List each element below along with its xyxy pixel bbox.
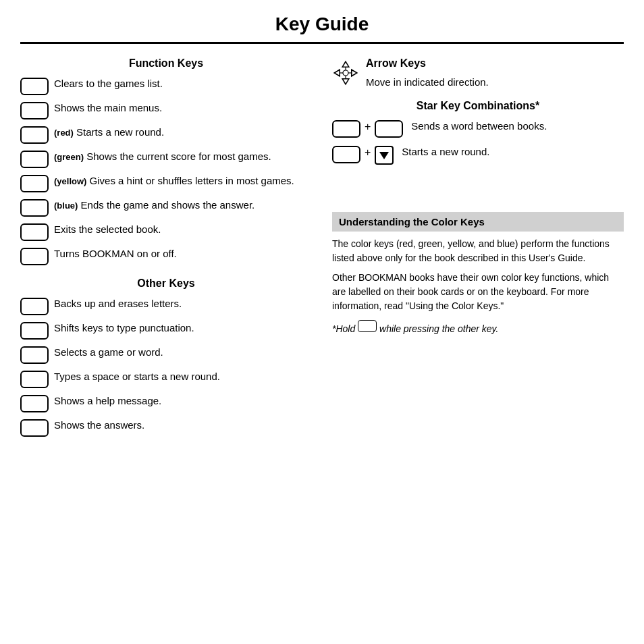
key-description: Exits the selected book. (54, 222, 161, 236)
understanding-box: Understanding the Color Keys (332, 212, 624, 232)
function-key-7[interactable] (20, 223, 49, 241)
footnote-key (358, 320, 377, 332)
understanding-paragraph-2: Other BOOKMAN books have their own color… (332, 271, 624, 313)
footnote: *Hold while pressing the other key. (332, 320, 624, 336)
key-description: Selects a game or word. (54, 345, 163, 359)
list-item: (green) Shows the current score for most… (20, 149, 312, 168)
list-item: (yellow) Gives a hint or shuffles letter… (20, 173, 312, 192)
key-description: (blue) Ends the game and shows the answe… (54, 198, 254, 212)
key-description: Clears to the games list. (54, 76, 163, 90)
key-description: (red) Starts a new round. (54, 125, 164, 139)
star-key-2[interactable] (375, 120, 403, 138)
key-description: Types a space or starts a new round. (54, 369, 220, 383)
plus-sign-1: + (365, 121, 371, 133)
right-column: Arrow Keys Move in indicated direction. … (332, 57, 624, 336)
list-item: Shows the answers. (20, 418, 312, 437)
function-key-8[interactable] (20, 248, 49, 265)
color-label-red: (red) (54, 128, 74, 138)
key-description: Shows a help message. (54, 394, 161, 408)
svg-marker-2 (334, 70, 340, 76)
svg-marker-1 (342, 78, 349, 84)
list-item: Shows a help message. (20, 394, 312, 412)
star-combo-description-2: Starts a new round. (402, 144, 489, 159)
star-combo-description-1: Sends a word between books. (411, 119, 547, 133)
list-item: Shows the main menus. (20, 101, 312, 119)
function-keys-title: Function Keys (20, 57, 312, 70)
key-description: (yellow) Gives a hint or shuffles letter… (54, 173, 294, 188)
function-key-3[interactable] (20, 126, 49, 144)
key-description: Shifts keys to type punctuation. (54, 321, 194, 335)
key-description: (green) Shows the current score for most… (54, 149, 271, 163)
triangle-key[interactable] (375, 146, 394, 165)
function-key-1[interactable] (20, 78, 49, 95)
svg-marker-0 (342, 61, 349, 67)
key-description: Shows the answers. (54, 418, 144, 432)
list-item: Exits the selected book. (20, 222, 312, 241)
left-column: Function Keys Clears to the games list. … (20, 57, 312, 442)
arrow-keys-info: Arrow Keys Move in indicated direction. (366, 57, 489, 88)
other-key-1[interactable] (20, 298, 49, 315)
star-key-3[interactable] (332, 146, 360, 163)
arrow-keys-section: Arrow Keys Move in indicated direction. (332, 57, 624, 88)
function-key-5[interactable] (20, 175, 49, 192)
list-item: (blue) Ends the game and shows the answe… (20, 198, 312, 217)
star-combinations-title: Star Key Combinations* (332, 100, 624, 112)
arrow-keys-icon (332, 59, 359, 86)
key-description: Shows the main menus. (54, 101, 162, 115)
svg-marker-3 (352, 70, 357, 76)
list-item: Shifts keys to type punctuation. (20, 321, 312, 340)
other-key-5[interactable] (20, 395, 49, 412)
other-key-4[interactable] (20, 371, 49, 388)
arrow-keys-description: Move in indicated direction. (366, 76, 489, 88)
star-key-1[interactable] (332, 120, 360, 138)
plus-sign-2: + (365, 146, 371, 159)
list-item: Selects a game or word. (20, 345, 312, 364)
page: Key Guide Function Keys Clears to the ga… (0, 0, 644, 644)
function-key-4[interactable] (20, 151, 49, 168)
color-label-blue: (blue) (54, 200, 78, 211)
list-item: + Sends a word between books. (332, 119, 624, 138)
other-key-2[interactable] (20, 322, 49, 340)
function-key-2[interactable] (20, 102, 49, 119)
triangle-shape (379, 152, 389, 159)
list-item: Types a space or starts a new round. (20, 369, 312, 388)
key-description: Backs up and erases letters. (54, 296, 182, 311)
color-label-green: (green) (54, 152, 84, 162)
main-columns: Function Keys Clears to the games list. … (20, 57, 624, 442)
spacer (332, 171, 624, 212)
understanding-paragraph-1: The color keys (red, green, yellow, and … (332, 237, 624, 265)
other-key-3[interactable] (20, 346, 49, 364)
list-item: Clears to the games list. (20, 76, 312, 95)
other-keys-title: Other Keys (20, 277, 312, 290)
list-item: Backs up and erases letters. (20, 296, 312, 315)
function-key-6[interactable] (20, 199, 49, 217)
footnote-text: while pressing the other key. (379, 323, 498, 334)
list-item: + Starts a new round. (332, 144, 624, 165)
svg-point-4 (343, 70, 348, 76)
color-label-yellow: (yellow) (54, 176, 86, 186)
page-title: Key Guide (20, 14, 624, 44)
list-item: (red) Starts a new round. (20, 125, 312, 144)
other-key-6[interactable] (20, 419, 49, 437)
list-item: Turns BOOKMAN on or off. (20, 246, 312, 265)
arrow-keys-title: Arrow Keys (366, 57, 489, 70)
key-description: Turns BOOKMAN on or off. (54, 246, 177, 261)
understanding-title: Understanding the Color Keys (339, 216, 485, 227)
